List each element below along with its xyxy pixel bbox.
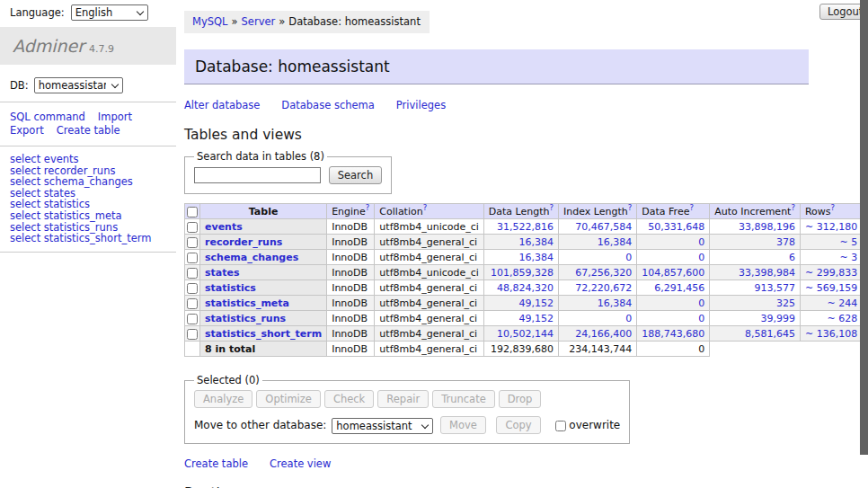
table-link[interactable]: schema_changes: [205, 252, 298, 263]
table-stat-link[interactable]: 24,166,400: [575, 328, 632, 340]
table-stat-link[interactable]: 10,502,144: [497, 328, 554, 340]
table-stat-link[interactable]: 49,152: [519, 313, 554, 324]
table-stat-link[interactable]: 0: [698, 297, 704, 309]
column-header-data-length: Data Length?: [483, 204, 558, 219]
language-select[interactable]: English: [71, 4, 148, 21]
table-stat-link[interactable]: 0: [698, 313, 704, 324]
table-stat-link[interactable]: ~ 299,833: [805, 267, 857, 279]
table-stat-link[interactable]: ~ 5: [839, 236, 857, 248]
table-stat-link[interactable]: 913,577: [754, 282, 795, 294]
table-stat-link[interactable]: 39,999: [760, 313, 795, 324]
table-link[interactable]: statistics_short_term: [205, 328, 322, 340]
breadcrumb-link-mysql[interactable]: MySQL: [192, 15, 228, 28]
table-stat-link[interactable]: 0: [625, 313, 632, 324]
move-database-select[interactable]: homeassistant: [332, 418, 433, 434]
overwrite-checkbox[interactable]: [555, 421, 566, 431]
table-stat-link[interactable]: 6: [789, 252, 795, 263]
optimize-button[interactable]: Optimize: [256, 390, 321, 408]
table-link[interactable]: recorder_runs: [205, 236, 282, 248]
row-checkbox[interactable]: [187, 314, 198, 324]
scrollbar-thumb[interactable]: [860, 0, 868, 455]
sidebar-select-link[interactable]: select statistics_short_term: [10, 232, 151, 244]
move-button[interactable]: Move: [440, 416, 486, 434]
sidebar-action-link[interactable]: SQL command: [10, 111, 85, 124]
sidebar-action-link[interactable]: Export: [10, 124, 44, 138]
table-stat-link[interactable]: 0: [698, 236, 704, 248]
table-stat-link[interactable]: 31,522,816: [497, 221, 554, 233]
sidebar-action-link[interactable]: Import: [98, 111, 132, 124]
scrollbar-track[interactable]: [860, 0, 868, 488]
breadcrumb-link-server[interactable]: Server: [242, 15, 276, 28]
row-checkbox[interactable]: [187, 237, 198, 248]
row-checkbox[interactable]: [187, 253, 198, 263]
repair-button[interactable]: Repair: [377, 390, 429, 408]
column-header-collation: Collation?: [375, 204, 483, 219]
help-link[interactable]: ?: [831, 203, 836, 212]
sidebar-table-links: select eventsselect recorder_runsselect …: [10, 154, 166, 244]
analyze-button[interactable]: Analyze: [194, 390, 252, 408]
sidebar-action-link[interactable]: Create table: [57, 124, 120, 138]
table-stat-link[interactable]: 33,898,196: [739, 221, 795, 233]
table-stat-link[interactable]: 16,384: [519, 252, 554, 263]
table-stat-link[interactable]: 325: [776, 297, 795, 309]
table-stat-link[interactable]: 70,467,584: [575, 221, 632, 233]
create-link[interactable]: Create table: [184, 457, 248, 470]
table-stat-link[interactable]: ~ 569,159: [805, 282, 857, 294]
table-link[interactable]: statistics_meta: [205, 297, 289, 309]
adminer-logo-link[interactable]: Adminer: [13, 36, 84, 56]
table-stat-link[interactable]: 378: [776, 236, 795, 248]
truncate-button[interactable]: Truncate: [432, 390, 495, 408]
table-stat-link[interactable]: ~ 136,108: [805, 328, 857, 340]
help-link[interactable]: ?: [689, 203, 694, 212]
row-checkbox[interactable]: [187, 329, 198, 340]
table-link[interactable]: statistics: [205, 282, 256, 294]
table-link[interactable]: states: [205, 267, 240, 279]
table-stat-link[interactable]: 104,857,600: [642, 267, 704, 279]
drop-button[interactable]: Drop: [499, 390, 542, 408]
row-checkbox[interactable]: [187, 298, 198, 309]
copy-button[interactable]: Copy: [496, 416, 540, 434]
database-action-link[interactable]: Alter database: [184, 99, 260, 111]
db-select[interactable]: homeassistant: [34, 77, 123, 93]
table-stat-link[interactable]: ~ 3: [839, 252, 857, 263]
table-stat-link[interactable]: 6,291,456: [654, 282, 704, 294]
table-stat-link[interactable]: 67,256,320: [575, 267, 632, 279]
help-link[interactable]: ?: [423, 203, 428, 212]
help-link[interactable]: ?: [791, 203, 795, 212]
table-stat-link[interactable]: 101,859,328: [491, 267, 554, 279]
row-checkbox[interactable]: [187, 222, 198, 233]
table-stat-link[interactable]: ~ 312,180: [805, 221, 857, 233]
create-link[interactable]: Create view: [270, 457, 331, 470]
table-link[interactable]: statistics_runs: [205, 313, 286, 324]
engine-cell: InnoDB: [327, 326, 375, 342]
table-stat-link[interactable]: 0: [698, 252, 704, 263]
check-button[interactable]: Check: [324, 390, 374, 408]
database-action-link[interactable]: Database schema: [281, 99, 374, 111]
table-stat-link[interactable]: 8,581,645: [745, 328, 795, 340]
table-stat-link[interactable]: 188,743,680: [642, 328, 704, 340]
table-stat-link[interactable]: ~ 628: [827, 313, 857, 324]
table-stat-link[interactable]: 33,398,984: [739, 267, 795, 279]
row-checkbox[interactable]: [187, 268, 198, 279]
database-action-link[interactable]: Privileges: [396, 99, 446, 111]
help-link[interactable]: ?: [628, 203, 633, 212]
table-stat-link[interactable]: 50,331,648: [648, 221, 704, 233]
table-stat-cell: 10,502,144: [483, 326, 558, 342]
table-link[interactable]: events: [205, 221, 243, 233]
row-checkbox[interactable]: [187, 283, 198, 294]
help-link[interactable]: ?: [550, 203, 554, 212]
search-input[interactable]: [194, 167, 321, 183]
help-link[interactable]: ?: [366, 203, 370, 212]
table-stat-link[interactable]: 16,384: [598, 297, 633, 309]
table-stat-link[interactable]: 16,384: [519, 236, 554, 248]
table-stat-link[interactable]: 0: [625, 252, 632, 263]
table-stat-link[interactable]: ~ 244: [827, 297, 857, 309]
table-stat-link[interactable]: 48,824,320: [497, 282, 554, 294]
table-stat-link[interactable]: 16,384: [598, 236, 633, 248]
table-stat-link[interactable]: 49,152: [519, 297, 554, 309]
table-stat-cell: ~ 312,180: [800, 219, 862, 235]
table-stat-link[interactable]: 72,220,672: [575, 282, 632, 294]
select-all-checkbox[interactable]: [187, 207, 198, 217]
table-stat-cell: 72,220,672: [559, 280, 637, 296]
search-button[interactable]: Search: [329, 166, 383, 184]
